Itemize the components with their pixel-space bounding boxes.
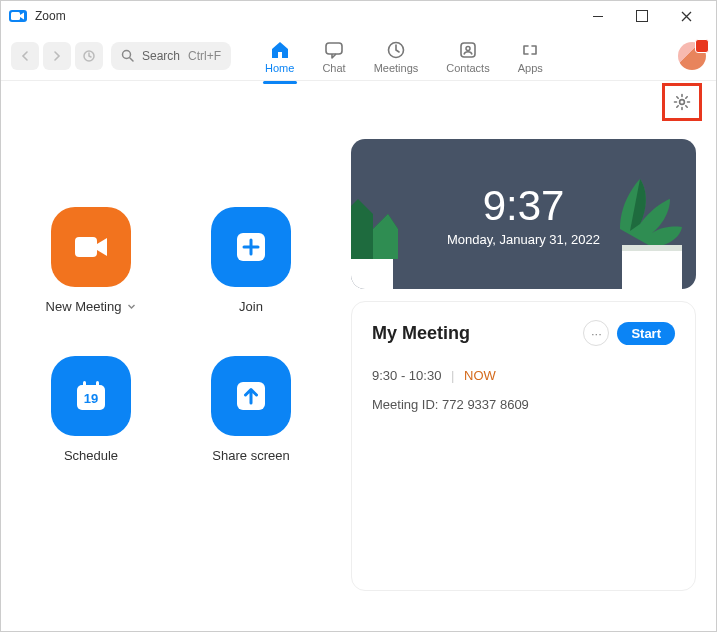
svg-rect-3 xyxy=(326,43,342,54)
meeting-now-badge: NOW xyxy=(464,368,496,383)
meeting-time-row: 9:30 - 10:30 | NOW xyxy=(372,368,675,383)
meeting-start-button[interactable]: Start xyxy=(617,322,675,345)
tab-label: Contacts xyxy=(446,62,489,74)
plant-decoration-icon xyxy=(610,159,696,289)
svg-rect-0 xyxy=(11,12,20,20)
sub-toolbar xyxy=(1,81,716,117)
settings-button[interactable] xyxy=(668,89,696,115)
join-button[interactable] xyxy=(211,207,291,287)
video-icon xyxy=(71,233,111,261)
search-shortcut: Ctrl+F xyxy=(188,49,221,63)
meeting-more-button[interactable]: ··· xyxy=(583,320,609,346)
contacts-icon xyxy=(457,40,479,60)
meeting-card: My Meeting ··· Start 9:30 - 10:30 | NOW … xyxy=(351,301,696,591)
svg-point-6 xyxy=(466,46,470,50)
search-label: Search xyxy=(142,49,180,63)
share-up-icon xyxy=(234,379,268,413)
tab-label: Meetings xyxy=(374,62,419,74)
meeting-title: My Meeting xyxy=(372,323,575,344)
svg-point-7 xyxy=(680,100,685,105)
calendar-icon: 19 xyxy=(72,377,110,415)
svg-rect-11 xyxy=(83,381,86,388)
share-screen-tile: Share screen xyxy=(181,356,321,463)
window-maximize-button[interactable] xyxy=(620,1,664,31)
meeting-id: Meeting ID: 772 9337 8609 xyxy=(372,397,675,412)
tab-meetings[interactable]: Meetings xyxy=(374,38,419,74)
tab-home[interactable]: Home xyxy=(265,38,294,74)
svg-text:19: 19 xyxy=(84,391,98,406)
svg-rect-8 xyxy=(75,237,97,257)
plus-icon xyxy=(234,230,268,264)
profile-avatar[interactable] xyxy=(678,42,706,70)
chat-icon xyxy=(323,40,345,60)
svg-rect-15 xyxy=(351,259,393,289)
schedule-button[interactable]: 19 xyxy=(51,356,131,436)
main-toolbar: Search Ctrl+F Home Chat Meetings Conta xyxy=(1,31,716,81)
share-screen-button[interactable] xyxy=(211,356,291,436)
tab-apps[interactable]: Apps xyxy=(518,38,543,74)
svg-rect-16 xyxy=(622,245,682,289)
tab-label: Apps xyxy=(518,62,543,74)
meeting-time-range: 9:30 - 10:30 xyxy=(372,368,441,383)
chevron-down-icon xyxy=(127,302,136,311)
tab-chat[interactable]: Chat xyxy=(322,38,345,74)
apps-icon xyxy=(519,40,541,60)
zoom-app-icon xyxy=(9,10,27,22)
meeting-panel: 9:37 Monday, January 31, 2022 My Meeting… xyxy=(351,117,696,611)
svg-rect-17 xyxy=(622,245,682,251)
tile-label: Schedule xyxy=(64,448,118,463)
clock-icon xyxy=(385,40,407,60)
new-meeting-tile: New Meeting xyxy=(21,207,161,314)
nav-forward-button[interactable] xyxy=(43,42,71,70)
svg-point-2 xyxy=(123,51,131,59)
tab-contacts[interactable]: Contacts xyxy=(446,38,489,74)
schedule-tile: 19 Schedule xyxy=(21,356,161,463)
tile-label: Share screen xyxy=(212,448,289,463)
window-close-button[interactable] xyxy=(664,1,708,31)
clock-date: Monday, January 31, 2022 xyxy=(447,232,600,247)
plant-decoration-icon xyxy=(351,179,413,289)
search-icon xyxy=(121,49,134,62)
settings-highlight xyxy=(662,83,702,121)
new-meeting-button[interactable] xyxy=(51,207,131,287)
tab-label: Home xyxy=(265,62,294,74)
home-icon xyxy=(269,40,291,60)
window-minimize-button[interactable] xyxy=(576,1,620,31)
tab-label: Chat xyxy=(322,62,345,74)
nav-history-button[interactable] xyxy=(75,42,103,70)
window-title: Zoom xyxy=(35,9,66,23)
title-bar: Zoom xyxy=(1,1,716,31)
tile-label[interactable]: New Meeting xyxy=(46,299,137,314)
search-box[interactable]: Search Ctrl+F xyxy=(111,42,231,70)
main-content: New Meeting Join 19 Schedule xyxy=(1,117,716,631)
clock-card: 9:37 Monday, January 31, 2022 xyxy=(351,139,696,289)
tile-label: Join xyxy=(239,299,263,314)
separator: | xyxy=(451,368,454,383)
svg-rect-12 xyxy=(96,381,99,388)
join-tile: Join xyxy=(181,207,321,314)
tab-bar: Home Chat Meetings Contacts Apps xyxy=(265,38,543,74)
gear-icon xyxy=(673,93,691,111)
action-tiles-panel: New Meeting Join 19 Schedule xyxy=(21,117,321,611)
nav-back-button[interactable] xyxy=(11,42,39,70)
clock-time: 9:37 xyxy=(483,182,565,230)
